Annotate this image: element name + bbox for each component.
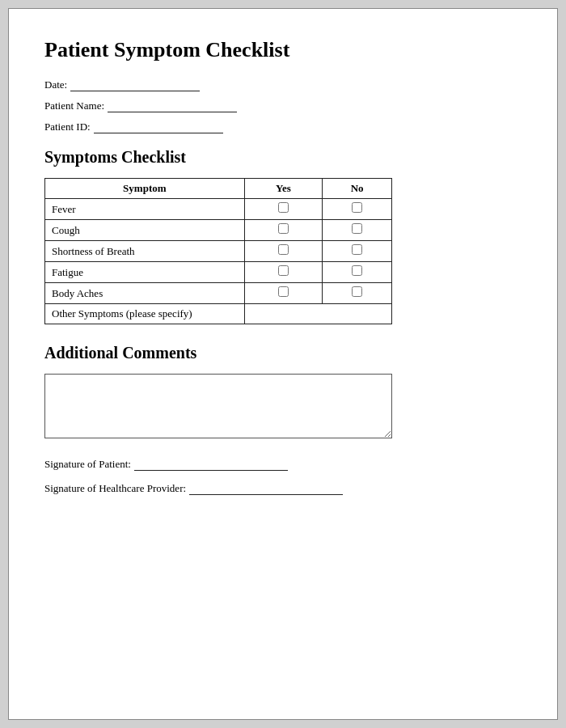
no-cell [323, 241, 392, 262]
yes-checkbox[interactable] [278, 244, 289, 255]
comments-section-title: Additional Comments [44, 344, 522, 362]
other-symptom-input-cell [244, 304, 391, 324]
table-row: Other Symptoms (please specify) [45, 304, 392, 324]
other-symptom-label: Other Symptoms (please specify) [45, 304, 245, 324]
yes-checkbox[interactable] [278, 202, 289, 213]
no-cell [323, 262, 392, 283]
col-header-yes: Yes [244, 179, 323, 199]
symptom-label: Fever [45, 199, 245, 220]
yes-checkbox[interactable] [278, 223, 289, 234]
no-cell [323, 199, 392, 220]
date-input[interactable] [70, 78, 200, 91]
no-checkbox[interactable] [352, 202, 362, 213]
additional-comments-textarea[interactable] [44, 374, 392, 438]
page-container: Patient Symptom Checklist Date: Patient … [8, 8, 558, 720]
no-checkbox[interactable] [352, 244, 362, 255]
patient-name-label: Patient Name: [44, 99, 104, 112]
symptom-label: Body Aches [45, 283, 245, 304]
patient-signature-row: Signature of Patient: [44, 458, 522, 471]
yes-checkbox[interactable] [278, 265, 289, 276]
table-row: Fever [45, 199, 392, 220]
yes-cell [244, 262, 323, 283]
table-row: Cough [45, 220, 392, 241]
patient-id-field-row: Patient ID: [44, 121, 522, 133]
yes-cell [244, 220, 323, 241]
provider-signature-input[interactable] [189, 482, 343, 495]
date-field-row: Date: [44, 78, 522, 91]
symptom-label: Shortness of Breath [45, 241, 245, 262]
provider-signature-label: Signature of Healthcare Provider: [44, 482, 186, 495]
no-checkbox[interactable] [352, 265, 362, 276]
no-cell [323, 283, 392, 304]
table-row: Body Aches [45, 283, 392, 304]
patient-id-input[interactable] [94, 121, 223, 133]
yes-cell [244, 283, 323, 304]
yes-cell [244, 199, 323, 220]
patient-name-input[interactable] [108, 99, 237, 112]
patient-signature-label: Signature of Patient: [44, 458, 131, 471]
symptoms-section-title: Symptoms Checklist [44, 148, 522, 167]
symptom-label: Fatigue [45, 262, 245, 283]
col-header-no: No [323, 179, 392, 199]
yes-cell [244, 241, 323, 262]
no-checkbox[interactable] [352, 286, 362, 297]
patient-name-field-row: Patient Name: [44, 99, 522, 112]
patient-id-label: Patient ID: [44, 121, 91, 133]
symptom-label: Cough [45, 220, 245, 241]
provider-signature-row: Signature of Healthcare Provider: [44, 482, 522, 495]
other-symptom-input[interactable] [245, 304, 391, 324]
no-checkbox[interactable] [352, 223, 362, 234]
date-label: Date: [44, 78, 67, 91]
col-header-symptom: Symptom [45, 179, 245, 199]
table-row: Fatigue [45, 262, 392, 283]
patient-signature-input[interactable] [134, 458, 288, 471]
yes-checkbox[interactable] [278, 286, 289, 297]
no-cell [323, 220, 392, 241]
page-title: Patient Symptom Checklist [44, 38, 522, 62]
table-row: Shortness of Breath [45, 241, 392, 262]
symptom-table: Symptom Yes No Fever Cough [44, 178, 392, 324]
